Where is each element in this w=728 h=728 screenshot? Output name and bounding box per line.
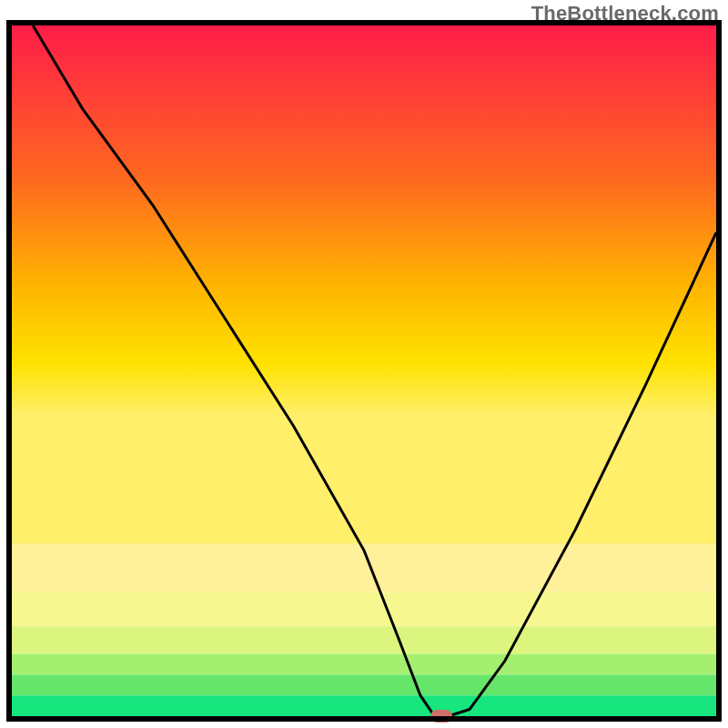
bottleneck-chart [0, 0, 728, 728]
svg-rect-6 [12, 695, 716, 716]
svg-rect-3 [12, 626, 716, 653]
gradient-background [12, 25, 716, 545]
watermark-label: TheBottleneck.com [531, 2, 719, 25]
chart-frame: TheBottleneck.com [0, 0, 728, 728]
svg-rect-4 [12, 654, 716, 675]
svg-rect-2 [12, 592, 716, 626]
threshold-bands [12, 543, 716, 716]
svg-rect-5 [12, 674, 716, 695]
